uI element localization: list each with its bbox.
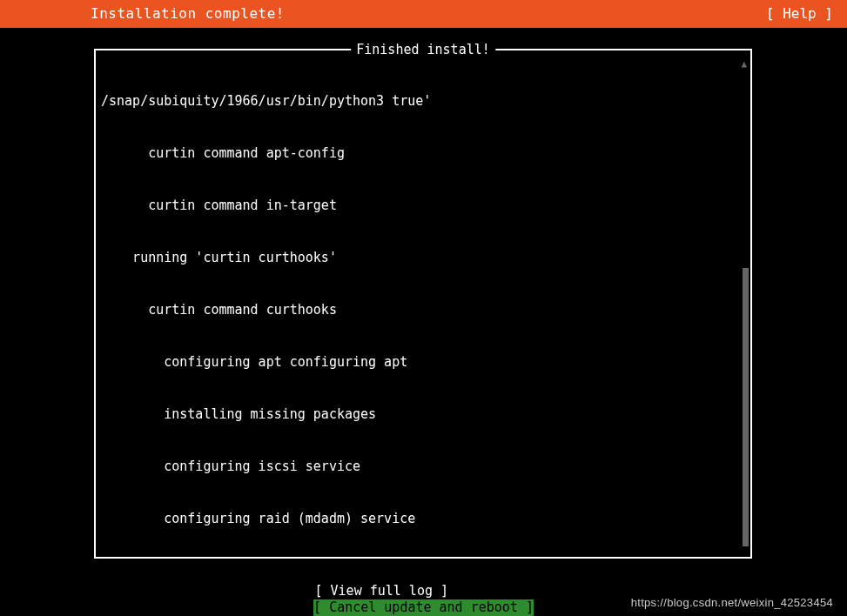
watermark: https://blog.csdn.net/weixin_42523454 — [631, 596, 833, 609]
scrollbar[interactable] — [743, 268, 749, 546]
log-line: /snap/subiquity/1966/usr/bin/python3 tru… — [101, 92, 738, 110]
log-panel: Finished install! ▲ /snap/subiquity/1966… — [94, 49, 752, 559]
page-title: Installation complete! — [91, 0, 285, 28]
bracket-close: ] — [433, 583, 448, 599]
log-line: configuring raid (mdadm) service — [101, 510, 738, 527]
log-output: /snap/subiquity/1966/usr/bin/python3 tru… — [101, 57, 738, 553]
log-line: curtin command curthooks — [101, 301, 738, 318]
bracket-open: [ — [315, 583, 331, 599]
log-line: configuring iscsi service — [101, 458, 738, 475]
bracket-close: ] — [518, 599, 534, 615]
log-line: running 'curtin curthooks' — [101, 249, 738, 266]
installer-screen: Installation complete! [ Help ] Finished… — [0, 0, 847, 616]
log-line: installing missing packages — [101, 405, 738, 423]
log-line: curtin command in-target — [101, 197, 738, 214]
bracket-open: [ — [313, 599, 329, 615]
log-line: configuring apt configuring apt — [101, 353, 738, 371]
view-full-log-button[interactable]: [ View full log ] — [315, 583, 533, 599]
help-button[interactable]: [ Help ] — [766, 0, 833, 28]
button-label: Cancel update and reboot — [329, 599, 518, 616]
button-label: View full log — [331, 583, 433, 599]
log-line: curtin command apt-config — [101, 144, 738, 162]
panel-title: Finished install! — [351, 41, 495, 58]
header-bar: Installation complete! [ Help ] — [0, 0, 847, 28]
cancel-update-reboot-button[interactable]: [ Cancel update and reboot ] — [313, 599, 534, 616]
scroll-up-icon[interactable]: ▲ — [741, 56, 747, 73]
